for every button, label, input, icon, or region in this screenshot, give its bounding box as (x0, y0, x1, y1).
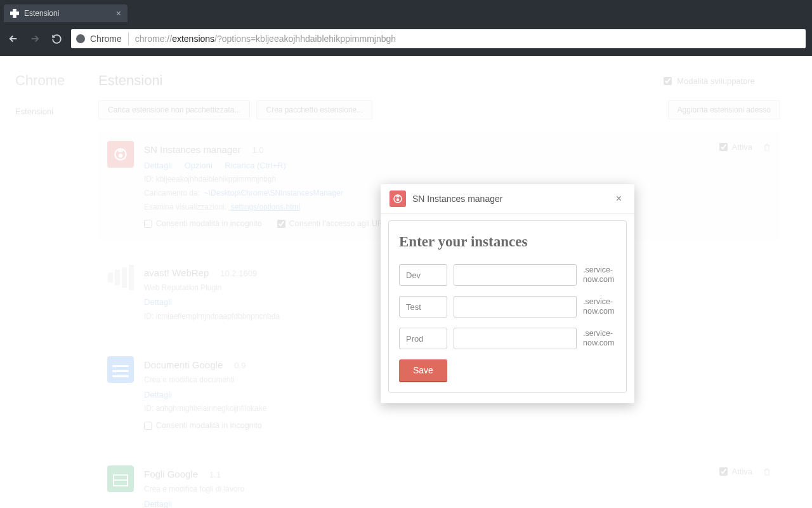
extension-name: Fogli Google (144, 469, 198, 479)
extension-desc: Crea e modifica fogli di lavoro (144, 483, 660, 497)
enable-checkbox[interactable] (719, 143, 728, 151)
instance-value-input[interactable] (454, 264, 577, 286)
extension-version: 0.9 (234, 361, 246, 370)
save-button[interactable]: Save (399, 359, 447, 381)
extension-name: avast! WebRep (144, 267, 209, 278)
extension-icon (107, 465, 134, 492)
incognito-toggle[interactable]: Consenti modalità in incognito (144, 418, 262, 433)
details-link[interactable]: Dettagli (144, 390, 172, 399)
modal-heading: Enter your instances (399, 234, 616, 250)
browser-tab[interactable]: Estensioni × (4, 4, 128, 22)
file-url-checkbox[interactable] (277, 220, 285, 228)
options-modal: SN Instances manager × Enter your instan… (381, 184, 634, 403)
extension-card-google-sheets: Fogli Google1.1 Crea e modifica fogli di… (98, 457, 780, 508)
update-extensions-button[interactable]: Aggiorna estensioni adesso (668, 100, 780, 119)
incognito-label: Consenti modalità in incognito (156, 418, 262, 433)
enable-label: Attiva (731, 467, 752, 476)
dev-mode-toggle[interactable]: Modalità sviluppatore (664, 76, 755, 86)
modal-close-icon[interactable]: × (612, 192, 625, 206)
extension-name: Documenti Google (144, 359, 223, 370)
incognito-checkbox[interactable] (144, 422, 152, 430)
details-link[interactable]: Dettagli (144, 499, 172, 508)
enable-checkbox[interactable] (719, 467, 728, 476)
sidebar-item-extensions[interactable]: Estensioni (0, 103, 98, 120)
modal-title: SN Instances manager (412, 194, 502, 204)
extension-version: 10.2.1609 (220, 269, 257, 278)
separator (128, 32, 129, 45)
sidebar: Chrome Estensioni (0, 56, 98, 508)
enable-toggle[interactable]: Attiva (719, 142, 752, 152)
tab-title: Estensioni (24, 9, 59, 18)
extension-id: ID: aohghmighlieiainnegkcijnfilokake (144, 402, 771, 416)
tab-close-icon[interactable]: × (116, 8, 121, 18)
extension-icon (107, 141, 134, 168)
enable-label: Attiva (731, 142, 752, 152)
instance-suffix: .service-now.com (583, 329, 616, 348)
instance-row-test: .service-now.com (399, 296, 616, 318)
chrome-label: Chrome (90, 34, 122, 44)
forward-button[interactable] (28, 32, 42, 46)
options-link[interactable]: Opzioni (185, 161, 213, 170)
svg-point-3 (397, 199, 399, 201)
pack-extension-button[interactable]: Crea pacchetto estensione... (256, 100, 372, 119)
dev-mode-checkbox[interactable] (664, 77, 672, 85)
enable-toggle[interactable]: Attiva (719, 467, 752, 476)
extension-version: 1.0 (252, 145, 264, 155)
incognito-toggle[interactable]: Consenti modalità in incognito (144, 217, 262, 231)
reload-button[interactable] (49, 32, 63, 46)
modal-header: SN Instances manager × (381, 184, 634, 214)
svg-point-1 (119, 154, 122, 157)
instance-value-input[interactable] (454, 296, 577, 318)
address-bar: Chrome chrome:// extensions /?options=kb… (0, 22, 812, 55)
modal-app-icon (390, 190, 406, 207)
tab-strip: Estensioni × (0, 0, 812, 22)
modal-panel: Enter your instances .service-now.com .s… (388, 220, 627, 393)
load-from-path: ~\Desktop\Chrome\SNInstancesManager (204, 189, 343, 197)
url-host: extensions (172, 34, 214, 44)
trash-icon[interactable] (763, 142, 771, 152)
inspect-views-link[interactable]: settings/options.html (231, 203, 300, 211)
back-button[interactable] (6, 32, 20, 46)
omnibox[interactable]: Chrome chrome:// extensions /?options=kb… (71, 29, 806, 48)
dev-mode-label: Modalità sviluppatore (677, 76, 755, 86)
inspect-views-label: Esamina visualizzazioni: (144, 203, 226, 211)
details-link[interactable]: Dettagli (144, 161, 172, 170)
instance-row-dev: .service-now.com (399, 264, 616, 286)
toolbar: Carica estensione non pacchettizzata... … (98, 100, 780, 119)
incognito-label: Consenti modalità in incognito (156, 217, 262, 231)
trash-icon[interactable] (763, 467, 771, 477)
extension-version: 1.1 (209, 470, 221, 479)
reload-link[interactable]: Ricarica (Ctrl+R) (225, 161, 285, 170)
instance-label-input[interactable] (399, 296, 447, 318)
load-unpacked-button[interactable]: Carica estensione non pacchettizzata... (98, 100, 250, 119)
url-scheme: chrome:// (135, 34, 172, 44)
instance-label-input[interactable] (399, 328, 447, 349)
extension-icon (107, 264, 134, 291)
details-link[interactable]: Dettagli (144, 297, 172, 307)
sidebar-title: Chrome (0, 72, 98, 89)
extension-icon (107, 356, 134, 383)
browser-chrome: Estensioni × Chrome chrome:// extensions… (0, 0, 812, 56)
instance-suffix: .service-now.com (583, 297, 616, 316)
instance-value-input[interactable] (454, 328, 577, 349)
extension-icon (10, 9, 19, 18)
site-identity-icon (76, 34, 85, 43)
instance-label-input[interactable] (399, 264, 447, 286)
extension-name: SN Instances manager (144, 144, 241, 155)
incognito-checkbox[interactable] (144, 220, 152, 228)
instance-suffix: .service-now.com (583, 265, 616, 284)
url-path: /?options=kbljeeakojhhdaiblehikppimmmjnb… (214, 34, 396, 44)
instance-row-prod: .service-now.com (399, 328, 616, 349)
load-from-label: Caricamento da: (144, 189, 200, 197)
